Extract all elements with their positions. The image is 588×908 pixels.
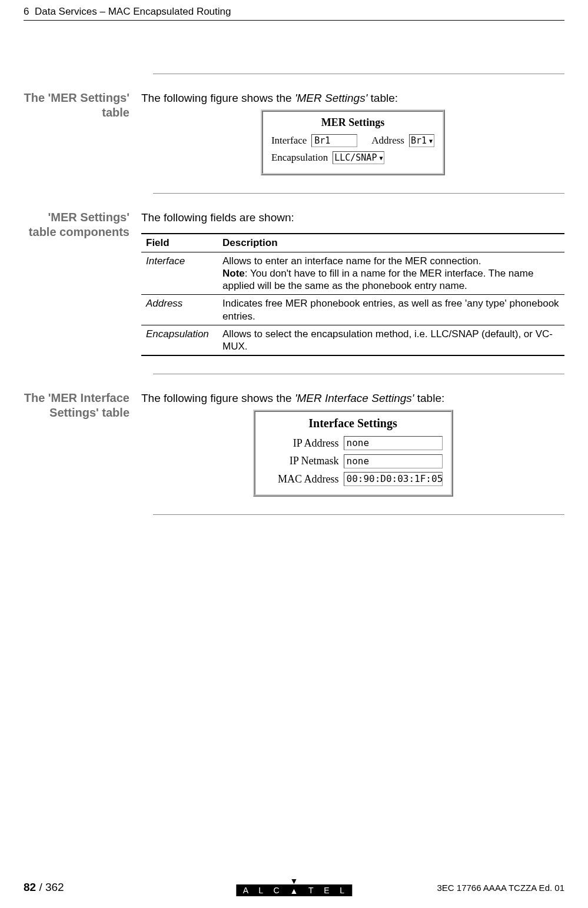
chevron-down-icon: ▼ (429, 137, 433, 145)
margin-heading-components: 'MER Settings' table components (24, 210, 141, 357)
intro-text: The following fields are shown: (141, 210, 564, 225)
encapsulation-value: LLC/SNAP (334, 152, 377, 164)
encapsulation-label: Encapsulation (271, 151, 328, 165)
components-table: Field Description Interface Allows to en… (141, 233, 564, 356)
ip-address-label: IP Address (264, 436, 339, 450)
margin-heading-mer-settings: The 'MER Settings' table (24, 91, 141, 175)
table-row: Address Indicates free MER phonebook ent… (141, 295, 564, 325)
address-label: Address (371, 134, 404, 148)
header-rule (24, 20, 564, 21)
intro-prefix: The following figure shows the (141, 392, 295, 404)
intro-suffix: table: (367, 92, 398, 104)
section-divider (153, 374, 564, 374)
th-description: Description (218, 234, 564, 252)
running-header: 6 Data Services – MAC Encapsulated Routi… (24, 6, 231, 18)
field-description: Allows to select the encapsulation metho… (218, 325, 564, 355)
mac-address-label: MAC Address (264, 472, 339, 486)
mer-settings-figure: MER Settings Interface Br1 Address Br1▼ … (261, 109, 445, 175)
interface-label: Interface (271, 134, 307, 148)
encapsulation-select[interactable]: LLC/SNAP▼ (333, 151, 384, 164)
address-value: Br1 (411, 135, 427, 147)
section-divider (153, 74, 564, 74)
intro-text: The following figure shows the 'MER Sett… (141, 91, 564, 106)
page-number: 82 / 362 (24, 881, 64, 894)
margin-heading-interface-settings: The 'MER Interface Settings' table (24, 391, 141, 497)
section-divider (153, 514, 564, 515)
interface-settings-figure: Interface Settings IP Address none IP Ne… (253, 410, 453, 497)
table-header-row: Field Description (141, 234, 564, 252)
intro-emphasis: 'MER Settings' (295, 92, 367, 104)
field-name: Address (141, 295, 218, 325)
document-id: 3EC 17766 AAAA TCZZA Ed. 01 (437, 883, 564, 893)
ip-netmask-label: IP Netmask (264, 454, 339, 468)
field-name: Encapsulation (141, 325, 218, 355)
address-select[interactable]: Br1▼ (409, 134, 434, 147)
intro-suffix: table: (414, 392, 445, 404)
note-label: Note (222, 268, 245, 279)
figure-title: MER Settings (271, 115, 434, 129)
chevron-down-icon: ▼ (379, 154, 383, 162)
current-page: 82 (24, 881, 36, 893)
table-row: Interface Allows to enter an interface n… (141, 252, 564, 295)
intro-prefix: The following figure shows the (141, 92, 295, 104)
desc-line: Allows to enter an interface name for th… (222, 255, 481, 267)
section-divider (153, 193, 564, 194)
field-name: Interface (141, 252, 218, 295)
mac-address-input[interactable]: 00:90:D0:03:1F:05 (344, 472, 443, 486)
chapter-number: 6 (24, 6, 29, 17)
figure-title: Interface Settings (264, 415, 443, 431)
th-field: Field (141, 234, 218, 252)
interface-input[interactable]: Br1 (311, 134, 357, 147)
intro-emphasis: 'MER Interface Settings' (295, 392, 414, 404)
chapter-title: Data Services – MAC Encapsulated Routing (35, 6, 231, 17)
ip-netmask-input[interactable]: none (344, 454, 443, 468)
note-text: : You don't have to fill in a name for t… (222, 268, 533, 291)
total-pages: / 362 (36, 881, 64, 893)
table-row: Encapsulation Allows to select the encap… (141, 325, 564, 355)
ip-address-input[interactable]: none (344, 436, 443, 450)
field-description: Allows to enter an interface name for th… (218, 252, 564, 295)
field-description: Indicates free MER phonebook entries, as… (218, 295, 564, 325)
intro-text: The following figure shows the 'MER Inte… (141, 391, 564, 406)
